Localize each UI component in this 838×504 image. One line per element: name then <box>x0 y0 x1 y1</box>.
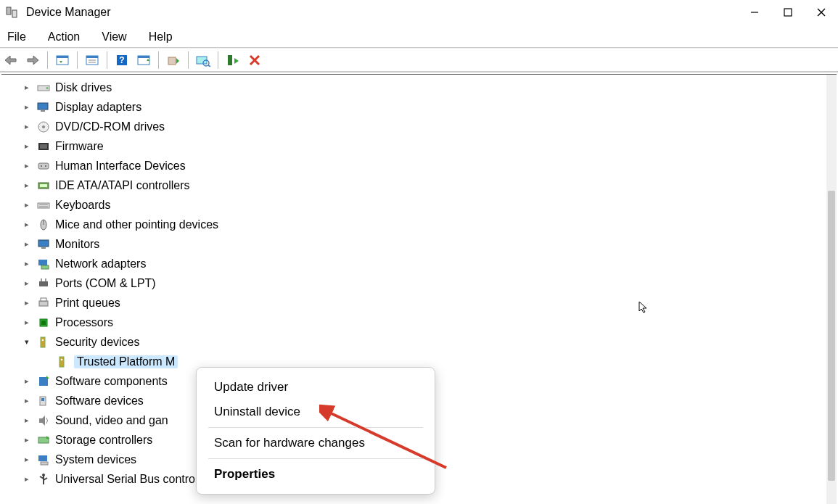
expand-arrow-icon[interactable]: ▸ <box>20 298 33 307</box>
expand-arrow-icon[interactable]: ▸ <box>20 278 33 288</box>
menu-help[interactable]: Help <box>146 28 176 46</box>
context-menu-separator <box>208 458 423 459</box>
ctx-scan-hardware[interactable]: Scan for hardware changes <box>197 431 435 455</box>
device-category-icon <box>36 453 51 466</box>
tree-node[interactable]: ▸ Mice and other pointing devices <box>4 215 826 234</box>
tree-node[interactable]: ▸ Processors <box>4 313 826 332</box>
toolbar-separator <box>218 51 218 69</box>
svg-marker-66 <box>39 416 45 426</box>
tree-node[interactable]: ▸ IDE ATA/ATAPI controllers <box>4 175 826 195</box>
nav-back-button[interactable] <box>1 51 20 70</box>
svg-line-24 <box>208 65 210 67</box>
svg-rect-48 <box>41 247 46 249</box>
toolbar-separator <box>47 51 48 69</box>
menu-view[interactable]: View <box>99 28 129 46</box>
svg-text:?: ? <box>119 55 124 65</box>
svg-marker-7 <box>28 56 38 65</box>
svg-line-4 <box>818 9 825 16</box>
device-icon <box>55 355 70 368</box>
svg-rect-36 <box>40 144 47 149</box>
svg-rect-50 <box>41 265 49 269</box>
tree-node[interactable]: ▸ DVD/CD-ROM drives <box>4 117 826 136</box>
menu-file[interactable]: File <box>4 28 29 46</box>
nav-forward-button[interactable] <box>23 51 42 70</box>
menu-action[interactable]: Action <box>45 28 83 46</box>
expand-arrow-icon[interactable]: ▸ <box>20 220 33 229</box>
tree-node[interactable]: ▸ Ports (COM & LPT) <box>4 273 826 293</box>
expand-arrow-icon[interactable]: ▸ <box>20 259 33 268</box>
tree-node[interactable]: ▸ Disk drives <box>4 78 826 97</box>
svg-rect-60 <box>59 357 64 367</box>
close-button[interactable] <box>805 0 838 25</box>
device-category-icon <box>36 277 51 290</box>
svg-rect-47 <box>38 240 49 247</box>
scrollbar-thumb[interactable] <box>828 191 835 481</box>
tree-node[interactable]: ▾ Security devices <box>4 332 826 352</box>
expand-arrow-icon[interactable]: ▸ <box>20 455 33 464</box>
svg-marker-63 <box>46 376 49 379</box>
expand-arrow-icon[interactable]: ▸ <box>20 318 33 327</box>
app-icon <box>4 5 19 20</box>
expand-arrow-icon[interactable]: ▸ <box>20 474 33 484</box>
svg-rect-58 <box>41 337 45 347</box>
ctx-uninstall-device[interactable]: Uninstall device <box>197 400 435 424</box>
expand-arrow-icon[interactable]: ▸ <box>20 376 33 386</box>
device-category-icon <box>36 140 51 153</box>
svg-rect-0 <box>7 7 11 15</box>
tree-node[interactable]: ▸ Firmware <box>4 136 826 156</box>
vertical-scrollbar[interactable] <box>826 75 837 504</box>
svg-rect-12 <box>86 56 98 58</box>
svg-rect-70 <box>41 462 48 465</box>
svg-rect-42 <box>38 203 49 208</box>
expand-arrow-icon[interactable]: ▸ <box>20 122 33 131</box>
tree-node[interactable]: ▸ Monitors <box>4 234 826 254</box>
expand-arrow-icon[interactable]: ▸ <box>20 102 33 112</box>
tree-node-label: Ports (COM & LPT) <box>55 277 156 290</box>
expand-arrow-icon[interactable]: ▸ <box>20 83 33 92</box>
tree-node[interactable]: ▸ Display adapters <box>4 97 826 117</box>
device-category-icon <box>36 160 51 173</box>
context-menu-separator <box>208 427 423 428</box>
tree-node-label: DVD/CD-ROM drives <box>55 120 165 133</box>
expand-arrow-icon[interactable]: ▸ <box>20 416 33 425</box>
expand-arrow-icon[interactable]: ▸ <box>20 161 33 170</box>
svg-point-59 <box>42 339 44 341</box>
ctx-properties[interactable]: Properties <box>197 462 435 487</box>
tree-node-label: Mice and other pointing devices <box>55 218 218 231</box>
minimize-button[interactable] <box>738 0 771 25</box>
expand-arrow-icon[interactable]: ▸ <box>20 435 33 445</box>
expand-arrow-icon[interactable]: ▸ <box>20 396 33 405</box>
expand-arrow-icon[interactable]: ▸ <box>20 239 33 249</box>
tree-node[interactable]: ▸ Print queues <box>4 293 826 313</box>
expand-arrow-icon[interactable]: ▸ <box>20 141 33 151</box>
expand-arrow-icon[interactable]: ▸ <box>20 181 33 190</box>
enable-device-button[interactable] <box>223 51 242 70</box>
tree-node-label: Network adapters <box>55 257 146 270</box>
svg-rect-51 <box>39 281 48 286</box>
svg-rect-37 <box>38 163 49 169</box>
expand-arrow-icon[interactable]: ▸ <box>20 200 33 210</box>
scan-hardware-button[interactable] <box>194 51 213 70</box>
svg-rect-3 <box>784 9 792 16</box>
collapse-arrow-icon[interactable]: ▾ <box>20 337 33 347</box>
tree-node[interactable]: ▸ Human Interface Devices <box>4 156 826 175</box>
tree-node-label: Monitors <box>55 238 99 251</box>
action-tree-button[interactable] <box>134 51 153 70</box>
show-hide-tree-button[interactable] <box>53 51 72 70</box>
device-category-icon <box>36 336 51 349</box>
svg-marker-21 <box>176 58 179 64</box>
uninstall-device-button[interactable] <box>245 51 264 70</box>
tree-node[interactable]: ▸ Network adapters <box>4 254 826 273</box>
properties-button[interactable] <box>83 51 102 70</box>
svg-marker-6 <box>5 56 16 65</box>
help-button[interactable]: ? <box>112 51 131 70</box>
svg-line-5 <box>818 9 825 16</box>
tree-node[interactable]: ▸ Keyboards <box>4 195 826 215</box>
svg-point-39 <box>45 165 46 167</box>
update-driver-button[interactable] <box>164 51 183 70</box>
svg-rect-25 <box>228 55 232 65</box>
tree-node-label: Human Interface Devices <box>55 160 186 173</box>
svg-point-30 <box>46 87 49 89</box>
ctx-update-driver[interactable]: Update driver <box>197 375 435 400</box>
maximize-button[interactable] <box>771 0 805 25</box>
